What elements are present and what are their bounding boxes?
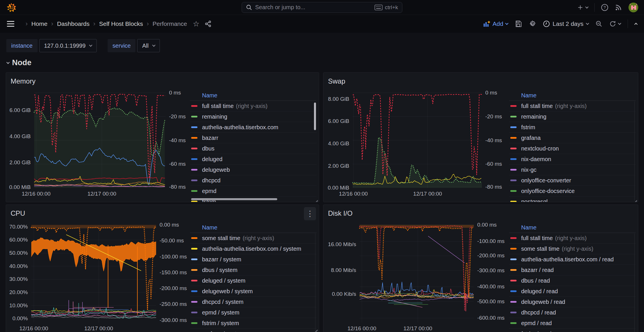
panel-resize-handle[interactable] xyxy=(314,197,318,201)
legend-header-name[interactable]: Name xyxy=(190,90,317,101)
legend-row[interactable]: dbus / read xyxy=(509,275,636,286)
legend-scrollbar-track[interactable] xyxy=(315,233,315,332)
legend-row[interactable]: some stall time (right y-axis) xyxy=(509,244,636,254)
breadcrumb-item[interactable]: Performance xyxy=(152,20,187,27)
share-button[interactable] xyxy=(205,20,212,27)
breadcrumb-separator: › xyxy=(51,20,53,28)
legend-row[interactable]: fstrim xyxy=(509,122,636,133)
memory-plot[interactable]: 6.00 GiB4.00 GiB2.00 GiB0.00 MiB 0 ms-20… xyxy=(34,93,166,188)
legend-scrollbar-track[interactable] xyxy=(634,233,635,332)
panel-title[interactable]: Memory xyxy=(11,77,36,85)
legend-row[interactable]: dhcpcd xyxy=(190,175,317,186)
collapse-toolbar-button[interactable] xyxy=(635,22,637,26)
series-name: grafana / system xyxy=(202,331,245,332)
axis-tick: 2.00 GiB xyxy=(328,163,349,169)
swap-plot[interactable]: 8.00 GiB6.00 GiB4.00 GiB2.00 GiB0.00 MiB… xyxy=(353,93,482,188)
axis-tick: -20 ms xyxy=(485,113,502,120)
panel-resize-handle[interactable] xyxy=(314,327,318,331)
legend-row[interactable]: bazarr / read xyxy=(509,265,636,275)
row-node-toggle[interactable]: Node xyxy=(7,58,32,67)
instance-variable-select[interactable]: 127.0.0.1:19999 xyxy=(39,39,97,52)
save-dashboard-button[interactable] xyxy=(515,20,522,27)
legend-row[interactable]: postgresql xyxy=(509,196,636,202)
time-range-picker[interactable]: Last 2 days xyxy=(543,20,589,27)
legend-row[interactable]: full stall time (right y-axis) xyxy=(509,233,636,244)
service-variable-label[interactable]: service xyxy=(108,39,135,52)
news-button[interactable] xyxy=(615,4,622,11)
legend-scrollbar[interactable] xyxy=(314,103,316,130)
series-color-swatch xyxy=(191,169,197,171)
panel-resize-handle[interactable] xyxy=(633,197,637,201)
legend-row[interactable]: epmd / system xyxy=(190,307,317,318)
legend-row[interactable]: delugeweb / read xyxy=(509,297,636,307)
panel-menu-button[interactable]: ⋮ xyxy=(304,207,316,220)
legend-row[interactable]: grafana xyxy=(509,133,636,143)
new-menu-button[interactable] xyxy=(577,4,588,11)
legend-row[interactable]: bazarr / system xyxy=(190,254,317,265)
mega-menu-button[interactable] xyxy=(7,21,14,27)
series-color-swatch xyxy=(510,269,517,271)
breadcrumb-item[interactable]: Self Host Blocks xyxy=(99,20,143,27)
service-variable-select[interactable]: All xyxy=(137,39,160,52)
legend-row[interactable]: full stall time (right y-axis) xyxy=(509,101,636,111)
legend-header-name[interactable]: Name xyxy=(509,222,636,233)
breadcrumb-item-wrap: › Performance xyxy=(143,20,187,28)
grafana-logo[interactable] xyxy=(6,2,17,13)
legend-row[interactable]: deluged / read xyxy=(509,286,636,297)
zoom-out-time-button[interactable] xyxy=(595,20,602,27)
axis-tick: -400.00 ms xyxy=(477,283,505,290)
legend-header-name[interactable]: Name xyxy=(190,222,317,233)
panel-title[interactable]: Swap xyxy=(328,77,345,85)
legend-scrollbar-track[interactable] xyxy=(634,101,635,201)
favorite-button[interactable]: ☆ xyxy=(193,20,199,28)
series-name: full stall time xyxy=(521,103,553,109)
legend-row[interactable]: bazarr xyxy=(190,133,317,143)
search-input[interactable] xyxy=(255,4,375,11)
legend-row[interactable]: some stall time (right y-axis) xyxy=(190,233,317,244)
legend-row[interactable]: nextcloud-cron xyxy=(509,143,636,154)
legend-row[interactable]: full stall time (right y-axis) xyxy=(190,101,317,111)
help-button[interactable]: ? xyxy=(601,4,608,11)
search-shortcut: ctrl+k xyxy=(375,4,398,11)
legend-row[interactable]: dhcpcd / system xyxy=(190,297,317,307)
legend-row[interactable]: delugeweb xyxy=(190,165,317,175)
legend-row[interactable]: fstrim / system xyxy=(190,318,317,329)
instance-variable-label[interactable]: instance xyxy=(6,39,38,52)
legend-row[interactable]: deluged / system xyxy=(190,275,317,286)
legend-header-name[interactable]: Name xyxy=(509,90,636,101)
rss-icon xyxy=(615,4,622,11)
legend-row[interactable]: onlyoffice-converter xyxy=(509,175,636,186)
legend-row[interactable]: dbus xyxy=(190,143,317,154)
legend-row[interactable]: fstrim / read xyxy=(509,329,636,332)
breadcrumb-item[interactable]: Home xyxy=(31,20,47,27)
legend-row[interactable]: authelia-authelia.tiserbox.com / read xyxy=(509,254,636,265)
cpu-plot[interactable]: 70.00%60.00%50.00%40.00%30.00%20.00%10.0… xyxy=(31,225,156,323)
legend-row[interactable]: authelia-authelia.tiserbox.com / system xyxy=(190,244,317,254)
legend-horizontal-scrollbar[interactable] xyxy=(191,198,277,200)
add-panel-button[interactable]: Add xyxy=(483,20,508,27)
legend-row[interactable]: delugeweb / system xyxy=(190,286,317,297)
disk-plot[interactable]: 16.00 Mib/s8.00 Mib/s0.00 Kib/s 0.00 ms-… xyxy=(360,225,474,323)
legend-row[interactable]: epmd xyxy=(190,186,317,196)
legend-row[interactable]: onlyoffice-docservice xyxy=(509,186,636,196)
legend-row[interactable]: nix-gc xyxy=(509,165,636,175)
refresh-button[interactable] xyxy=(609,20,621,27)
breadcrumb-item[interactable]: Dashboards xyxy=(57,20,90,27)
panel-title[interactable]: Disk I/O xyxy=(328,209,352,217)
series-note: (right y-axis) xyxy=(562,246,593,252)
legend-row[interactable]: deluged xyxy=(190,154,317,165)
search-box[interactable]: ctrl+k xyxy=(242,2,402,13)
legend-row[interactable]: remaining xyxy=(190,111,317,122)
legend-row[interactable]: remaining xyxy=(509,111,636,122)
dashboard-settings-button[interactable] xyxy=(529,20,536,28)
panel-title[interactable]: CPU xyxy=(11,209,25,217)
legend-row[interactable]: dhcpcd / read xyxy=(509,307,636,318)
legend-row[interactable]: epmd / read xyxy=(509,318,636,329)
legend-row[interactable]: nix-daemon xyxy=(509,154,636,165)
user-avatar[interactable] xyxy=(629,3,638,12)
series-name: authelia-authelia.tiserbox.com / system xyxy=(202,246,301,252)
legend-row[interactable]: grafana / system xyxy=(190,329,317,332)
axis-tick: 70.00% xyxy=(9,224,28,230)
legend-row[interactable]: dbus / system xyxy=(190,265,317,275)
legend-row[interactable]: authelia-authelia.tiserbox.com xyxy=(190,122,317,133)
